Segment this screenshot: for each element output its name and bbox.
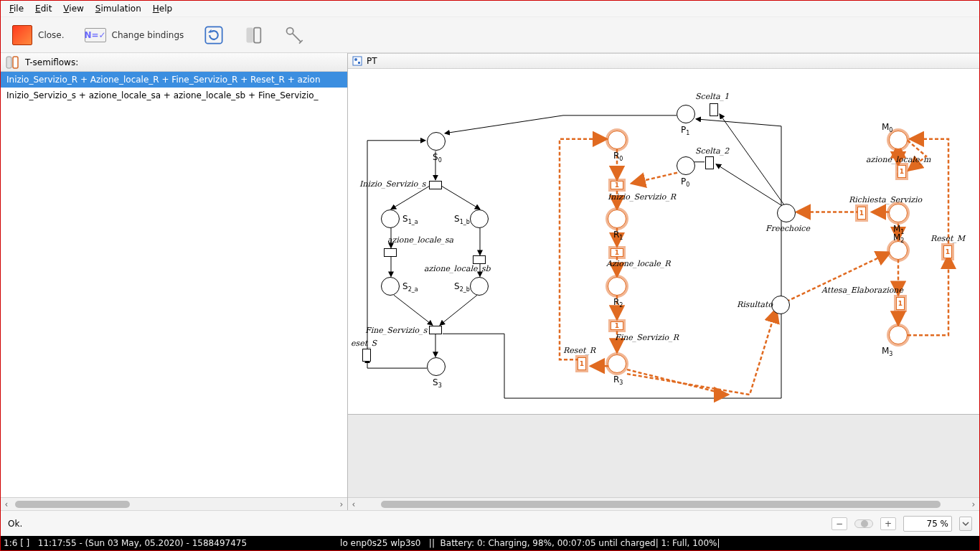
label-fine-servizio-r: Fine_Servizio_R [615,333,679,342]
transition-fine-servizio-r[interactable]: 1 [611,321,623,330]
place-P1[interactable] [677,105,695,123]
petri-net-canvas[interactable]: S0 Inizio_Servizio_s S1_a S1_b azione_lo… [348,69,979,415]
label-P0: P0 [681,176,689,188]
menu-file[interactable]: File [5,2,28,15]
transition-azione-sb[interactable] [473,255,486,264]
menu-simulation[interactable]: Simulation [91,2,146,15]
refresh-button[interactable] [204,25,224,45]
semiflows-list[interactable]: Inizio_Servizio_R + Azione_locale_R + Fi… [1,72,347,497]
zoom-group: − + 75 % [831,516,972,532]
transition-reset-r[interactable]: 1 [578,357,586,370]
label-fine-servizio-s: Fine_Servizio_s [365,326,427,335]
place-R1[interactable] [608,209,626,228]
canvas-container: S0 Inizio_Servizio_s S1_a S1_b azione_lo… [348,69,979,497]
transition-scelta-2[interactable] [705,156,714,169]
label-inizio-servizio-s: Inizio_Servizio_s [359,179,426,189]
app-window: File Edit View Simulation Help Close. N=… [0,0,980,551]
list-item[interactable]: Inizio_Servizio_s + azione_locale_sa + a… [1,88,347,103]
menu-help[interactable]: Help [149,2,176,15]
statusbar: Ok. − + 75 % [1,510,979,536]
compass-icon [284,25,304,45]
place-P0[interactable] [677,156,695,175]
scroll-right-icon[interactable]: › [968,499,979,510]
flip-button[interactable] [244,25,264,45]
osbar-mid: lo enp0s25 wlp3s0 || Battery: 0: Chargin… [340,538,720,548]
place-S0[interactable] [427,132,446,151]
menubar: File Edit View Simulation Help [1,1,979,17]
zoom-in-button[interactable]: + [880,517,896,530]
flip-icon [244,25,264,45]
label-azione-sa: azione_locale_sa [387,235,453,245]
label-P1: P1 [681,125,689,136]
place-S1a[interactable] [381,209,400,228]
place-risultato[interactable] [771,296,790,314]
scroll-thumb[interactable] [15,501,130,508]
zoom-out-button[interactable]: − [831,517,847,530]
place-S2a[interactable] [381,277,400,296]
list-item[interactable]: Inizio_Servizio_R + Azione_locale_R + Fi… [1,72,347,88]
transition-attesa-elaborazione[interactable]: 1 [896,297,905,310]
left-hscrollbar[interactable]: ‹ › [1,497,347,510]
transition-reset-m[interactable]: 1 [943,245,952,258]
label-freechoice: Freechoice [765,224,810,233]
place-R0[interactable] [608,131,626,149]
label-azione-sb: azione_locale_sb [424,264,491,273]
place-R3[interactable] [608,354,626,373]
label-S0: S0 [433,152,442,164]
label-R2: R2 [613,297,623,309]
place-R2[interactable] [608,277,626,296]
label-azione-locale-m: azione_locale_m [866,155,930,164]
transition-inizio-servizio-r[interactable]: 1 [611,181,623,189]
svg-rect-5 [13,57,18,68]
transition-azione-locale-m[interactable]: 1 [897,165,906,178]
zoom-combo-dropdown[interactable] [959,517,972,531]
zoom-slider-thumb[interactable] [861,520,868,527]
label-R1: R1 [613,230,623,241]
place-S1b[interactable] [470,209,489,228]
net-icon [352,56,362,66]
canvas-tabbar: PT [348,53,979,69]
zoom-slider[interactable] [854,519,873,528]
measure-button[interactable] [284,25,304,45]
svg-point-3 [287,27,293,34]
place-freechoice[interactable] [777,204,796,222]
label-scelta-2: Scelta_2 [695,146,729,156]
semiflows-icon [5,55,21,70]
place-M3[interactable] [889,326,908,344]
menu-view[interactable]: View [59,2,88,15]
transition-inizio-servizio-s[interactable] [429,181,442,189]
transition-scelta-1[interactable] [710,103,718,116]
scroll-left-icon[interactable]: ‹ [348,499,359,510]
svg-rect-4 [6,57,11,68]
right-pane: PT [348,53,979,510]
left-pane-title: T-semiflows: [25,57,78,67]
main-split: T-semiflows: Inizio_Servizio_R + Azione_… [1,53,979,510]
place-S2b[interactable] [470,277,489,296]
menu-edit[interactable]: Edit [31,2,56,15]
close-icon [12,25,32,45]
change-bindings-button[interactable]: N=✓ Change bindings [85,28,184,42]
left-pane-header: T-semiflows: [1,53,347,72]
scroll-left-icon[interactable]: ‹ [1,499,12,510]
label-reset-m: Reset_M [930,234,965,243]
zoom-combo[interactable]: 75 % [903,516,952,532]
transition-azione-locale-r[interactable]: 1 [611,248,623,257]
close-button[interactable]: Close. [12,25,65,45]
scroll-thumb[interactable] [381,501,941,508]
place-M1[interactable] [889,204,908,222]
label-risultato: Risultato [737,300,773,309]
transition-richiesta-servizio[interactable]: 1 [857,207,866,220]
svg-rect-0 [206,27,222,43]
transition-fine-servizio-s[interactable] [429,326,442,334]
canvas-hscrollbar[interactable]: ‹ › [348,497,979,510]
label-M3: M3 [882,346,892,357]
scroll-right-icon[interactable]: › [336,499,347,510]
place-S3[interactable] [427,357,446,376]
canvas-tab-label[interactable]: PT [367,56,377,66]
transition-azione-sa[interactable] [384,248,397,257]
label-S2a: S2_a [402,281,418,293]
svg-rect-1 [247,27,253,42]
svg-rect-8 [358,62,360,64]
transition-reset-s[interactable] [362,349,371,362]
osbar-left: 1:6 [ ] 11:17:55 - (Sun 03 May, 05.2020)… [4,538,247,548]
